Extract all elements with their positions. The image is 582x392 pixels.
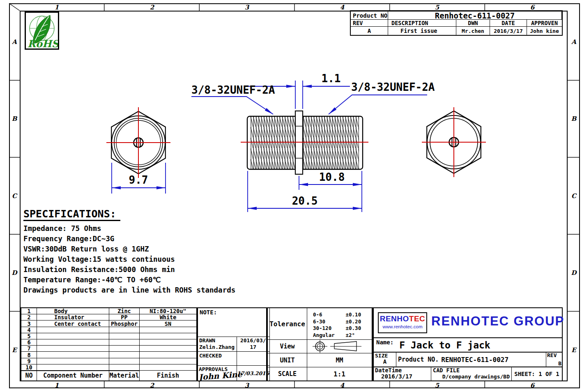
part-material bbox=[109, 339, 140, 346]
part-component bbox=[37, 333, 109, 339]
part-finish bbox=[140, 352, 196, 358]
part-finish bbox=[140, 333, 196, 339]
tol-range: 0-6 bbox=[313, 311, 343, 318]
tolerance-label: Tolerance bbox=[268, 308, 307, 340]
spec-line: VSWR:30DdB Return loss @ 1GHZ bbox=[23, 244, 262, 254]
drawing-sheet: 1 2 3 4 5 6 1 2 3 4 5 6 A B C D E A B C … bbox=[0, 0, 582, 392]
product-cell: Product NO. RENHOTEC-611-0027 bbox=[396, 353, 546, 367]
unit-value: MM bbox=[307, 353, 372, 367]
parts-footer-finish: Finish bbox=[140, 371, 196, 380]
part-material bbox=[109, 327, 140, 333]
title-block: RENHOTEC www.renhotec.com RENHOTEC GROUP… bbox=[373, 307, 563, 381]
view-label: View bbox=[268, 340, 307, 353]
dim-hex-flats-label: 9.7 bbox=[129, 174, 148, 186]
datetime-value: 2016/3/17 bbox=[374, 374, 431, 380]
left-leader-line bbox=[191, 97, 273, 114]
spec-line: Frequency Range:DC~3G bbox=[23, 234, 262, 244]
dim-flange-label: 1.1 bbox=[322, 72, 341, 85]
rev-cell: REV B bbox=[546, 353, 562, 367]
part-no: 10 bbox=[21, 364, 37, 371]
part-component: Insulator bbox=[37, 314, 109, 321]
part-component: Center contact bbox=[37, 321, 109, 327]
sheet-label: SHEET: 1 OF 1 bbox=[514, 371, 559, 377]
sheet-cell: SHEET: 1 OF 1 bbox=[512, 367, 562, 380]
tolerance-block: Tolerance 0-6 ±0.10 6-30 ±0.20 30-120 ±0… bbox=[267, 307, 373, 381]
product-label: Product NO. bbox=[396, 356, 439, 363]
tol-range: 6-30 bbox=[313, 318, 343, 325]
parts-table: 1 Body Zinc NI:80-120u" 2 Insulator PP W… bbox=[21, 307, 197, 381]
part-material: Phosphor bbox=[109, 321, 140, 327]
size-cell: SIZE A bbox=[374, 353, 396, 367]
logo-row: RENHOTEC www.renhotec.com RENHOTEC GROUP bbox=[374, 308, 562, 338]
tolerance-row: 6-30 ±0.20 bbox=[313, 318, 372, 325]
tol-value: ±0.30 bbox=[346, 325, 361, 331]
part-finish bbox=[140, 339, 196, 346]
rev-value: B bbox=[558, 360, 561, 367]
part-material: Zinc bbox=[109, 308, 140, 314]
spec-line: Insulation Resistance:5000 Ohms min bbox=[23, 265, 262, 275]
part-finish: White bbox=[140, 314, 196, 321]
specifications: SPECIFICATIONS: Impedance: 75 Ohms Frequ… bbox=[23, 208, 262, 295]
part-no: 1 bbox=[21, 308, 37, 314]
part-no: 7 bbox=[21, 346, 37, 352]
note-block: NOTE: DRAWN Zelin.Zhang 2016/03/ 17 CHEC… bbox=[197, 307, 267, 381]
scale-label: SCALE bbox=[268, 367, 307, 380]
left-hex-view: 9.7 bbox=[106, 107, 170, 194]
part-component: Body bbox=[37, 308, 109, 314]
right-hex-view bbox=[422, 107, 486, 177]
company-name: RENHOTEC GROUP bbox=[431, 314, 561, 329]
note-cell: NOTE: bbox=[198, 308, 270, 337]
drawn-name: Zelin.Zhang bbox=[198, 344, 237, 350]
checked-cell: CHECKED bbox=[198, 352, 237, 366]
part-component bbox=[37, 352, 109, 358]
thread-label-right: 3/8-32UNEF-2A bbox=[351, 81, 435, 93]
note-label: NOTE: bbox=[198, 308, 217, 316]
approvals-cell: APPROVALS John Kine bbox=[198, 366, 237, 380]
parts-footer-material: Material bbox=[109, 371, 140, 380]
part-no: 6 bbox=[21, 339, 37, 346]
corner-diagonal bbox=[9, 3, 20, 11]
drawn-date-2: 17 bbox=[237, 344, 269, 350]
part-material bbox=[109, 333, 140, 339]
projection-view-icon bbox=[309, 340, 370, 353]
name-value: F Jack to F jack bbox=[393, 340, 490, 350]
logo-text-blue: RENHO bbox=[380, 314, 409, 323]
cadfile-cell: CAD FILE D/company drawings/BD bbox=[431, 367, 512, 380]
size-label: SIZE bbox=[374, 353, 396, 359]
tol-range: 30-120 bbox=[313, 325, 343, 332]
part-material bbox=[109, 364, 140, 371]
part-finish: NI:80-120u" bbox=[140, 308, 196, 314]
cadfile-value: D/company drawings/BD bbox=[431, 374, 511, 380]
tolerance-row: Angular ±2° bbox=[313, 332, 372, 339]
part-no: 3 bbox=[21, 321, 37, 327]
right-leader-line bbox=[329, 95, 427, 114]
part-material bbox=[109, 358, 140, 364]
size-row: SIZE A Product NO. RENHOTEC-611-0027 REV… bbox=[374, 353, 562, 367]
part-no: 2 bbox=[21, 314, 37, 321]
drawn-label: DRAWN bbox=[198, 337, 237, 344]
thread-hatch bbox=[251, 117, 359, 169]
checked-date-cell bbox=[237, 352, 270, 366]
rev-label: REV bbox=[546, 353, 562, 358]
side-view: 1.1 3/8-32UNEF-2A 3/8-32UNEF-2A 10.8 20.… bbox=[191, 72, 435, 212]
unit-label: UNIT bbox=[268, 353, 307, 367]
tolerance-row: 30-120 ±0.30 bbox=[313, 325, 372, 332]
part-finish bbox=[140, 358, 196, 364]
part-finish bbox=[140, 327, 196, 333]
logo-text-red: TEC bbox=[409, 314, 426, 323]
part-component bbox=[37, 358, 109, 364]
part-material bbox=[109, 352, 140, 358]
renhotec-logo: RENHOTEC www.renhotec.com bbox=[378, 312, 427, 333]
product-value: RENHOTEC-611-0027 bbox=[439, 356, 508, 364]
logo-wordmark: RENHOTEC bbox=[379, 314, 426, 324]
tol-range: Angular bbox=[313, 332, 343, 339]
specifications-title: SPECIFICATIONS: bbox=[23, 208, 120, 221]
drawn-cell: DRAWN Zelin.Zhang bbox=[198, 337, 237, 352]
tolerance-row: 0-6 ±0.10 bbox=[313, 311, 372, 318]
drawn-date-1: 2016/03/ bbox=[237, 337, 269, 344]
part-finish: SN bbox=[140, 321, 196, 327]
part-finish bbox=[140, 346, 196, 352]
datetime-row: DateTime 2016/3/17 CAD FILE D/company dr… bbox=[374, 367, 562, 380]
checked-label: CHECKED bbox=[198, 352, 237, 359]
dim-half-length-label: 10.8 bbox=[319, 171, 345, 183]
